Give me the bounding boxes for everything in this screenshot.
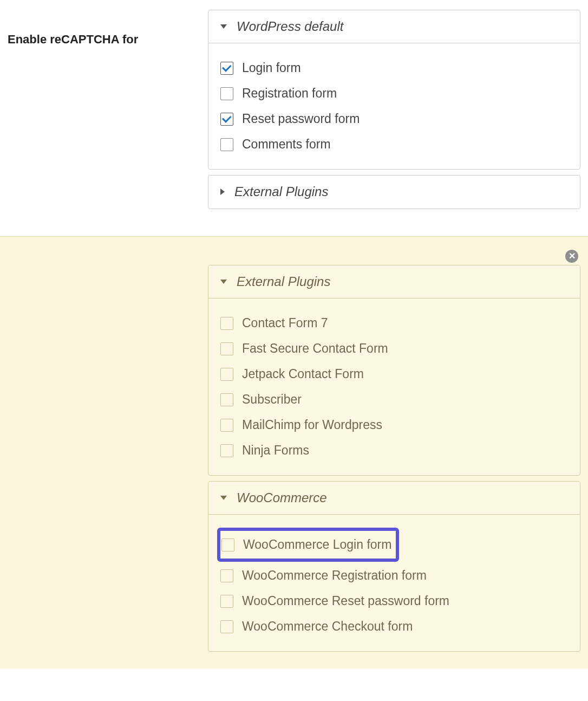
accordion-title: External Plugins	[237, 274, 330, 289]
accordion-header[interactable]: External Plugins	[208, 265, 580, 298]
checkmark-icon	[221, 62, 231, 72]
checkbox-row: Registration form	[220, 81, 568, 106]
checkbox-label: Contact Form 7	[242, 316, 328, 330]
chevron-down-icon	[220, 280, 227, 284]
checkbox-label: Comments form	[242, 137, 331, 152]
accordion-body: Contact Form 7Fast Secure Contact FormJe…	[208, 298, 580, 475]
checkbox[interactable]	[220, 113, 233, 126]
checkbox[interactable]	[220, 393, 233, 406]
accordion-body: WooCommerce Login formWooCommerce Regist…	[208, 515, 580, 651]
accordion-panel: WooCommerceWooCommerce Login formWooComm…	[208, 481, 580, 652]
accordion-header[interactable]: WooCommerce	[208, 482, 580, 515]
checkbox-row: MailChimp for Wordpress	[220, 412, 568, 438]
chevron-down-icon	[220, 24, 227, 29]
checkbox-label: Registration form	[242, 86, 337, 101]
setting-label-col: Enable reCAPTCHA for	[8, 10, 208, 215]
panels-bottom-col: External PluginsContact Form 7Fast Secur…	[208, 265, 580, 652]
checkbox[interactable]	[220, 569, 233, 582]
accordion-body: Login formRegistration formReset passwor…	[208, 43, 580, 169]
checkbox-row: Login form	[220, 55, 568, 81]
accordion-title: External Plugins	[234, 184, 328, 199]
checkbox-row: Subscriber	[220, 387, 568, 412]
checkbox[interactable]	[221, 538, 234, 551]
checkbox-row: Ninja Forms	[220, 438, 568, 463]
close-icon: ✕	[569, 252, 576, 261]
accordion-title: WordPress default	[237, 19, 343, 34]
checkbox-label: MailChimp for Wordpress	[242, 418, 382, 432]
checkbox-label: WooCommerce Registration form	[242, 568, 427, 583]
top-section: Enable reCAPTCHA for WordPress defaultLo…	[0, 0, 588, 236]
checkbox-label: Reset password form	[242, 112, 360, 126]
checkmark-icon	[221, 113, 231, 123]
accordion-panel: External PluginsContact Form 7Fast Secur…	[208, 265, 580, 476]
checkbox-label: WooCommerce Checkout form	[242, 619, 413, 634]
checkbox[interactable]	[220, 419, 233, 432]
accordion-title: WooCommerce	[237, 490, 327, 505]
accordion-header[interactable]: WordPress default	[208, 10, 580, 43]
checkbox[interactable]	[220, 342, 233, 355]
panels-top-col: WordPress defaultLogin formRegistration …	[208, 10, 580, 215]
checkbox-label: WooCommerce Login form	[243, 537, 391, 552]
checkbox[interactable]	[220, 87, 233, 100]
chevron-right-icon	[220, 189, 225, 195]
close-button[interactable]: ✕	[565, 250, 578, 263]
setting-label: Enable reCAPTCHA for	[8, 33, 208, 47]
checkbox-row: WooCommerce Reset password form	[220, 588, 568, 614]
checkbox-row: Fast Secure Contact Form	[220, 336, 568, 361]
checkbox-row: Comments form	[220, 132, 568, 157]
checkbox-label: Ninja Forms	[242, 443, 309, 458]
checkbox-row: Jetpack Contact Form	[220, 361, 568, 387]
checkbox[interactable]	[220, 368, 233, 381]
checkbox[interactable]	[220, 138, 233, 151]
checkbox-row: WooCommerce Login form	[221, 533, 391, 556]
checkbox-row: Contact Form 7	[220, 310, 568, 336]
checkbox[interactable]	[220, 595, 233, 608]
chevron-down-icon	[220, 496, 227, 500]
checkbox-row: Reset password form	[220, 106, 568, 132]
checkbox[interactable]	[220, 620, 233, 633]
checkbox-label: Jetpack Contact Form	[242, 367, 364, 381]
accordion-panel: WordPress defaultLogin formRegistration …	[208, 10, 580, 170]
checkbox[interactable]	[220, 317, 233, 330]
accordion-panel: External Plugins	[208, 175, 580, 209]
checkbox[interactable]	[220, 444, 233, 457]
checkbox-label: Subscriber	[242, 392, 302, 407]
checkbox-row: WooCommerce Registration form	[220, 563, 568, 588]
accordion-header[interactable]: External Plugins	[208, 176, 580, 209]
checkbox-label: Fast Secure Contact Form	[242, 341, 388, 356]
bottom-section: ✕ External PluginsContact Form 7Fast Sec…	[0, 236, 588, 669]
checkbox-label: WooCommerce Reset password form	[242, 594, 449, 608]
highlight-box: WooCommerce Login form	[217, 528, 399, 562]
checkbox[interactable]	[220, 62, 233, 75]
checkbox-label: Login form	[242, 61, 301, 75]
checkbox-row: WooCommerce Checkout form	[220, 614, 568, 639]
